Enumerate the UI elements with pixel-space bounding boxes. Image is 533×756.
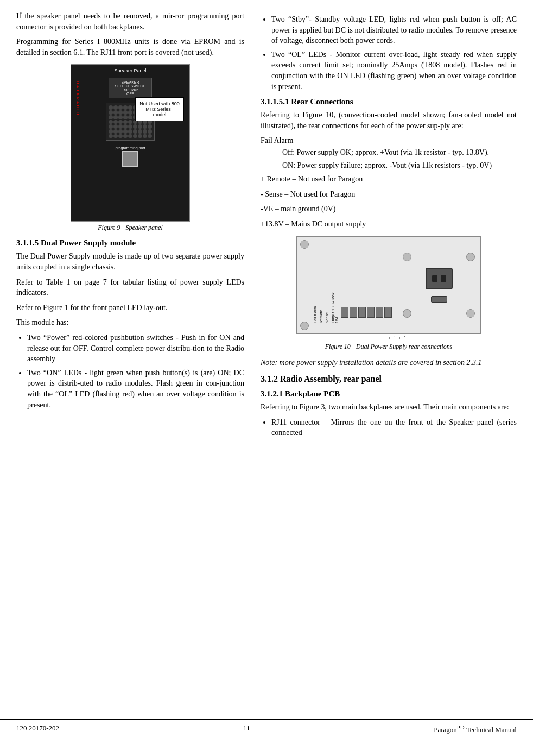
section-312-title: 3.1.2 Radio Assembly, rear panel <box>261 374 517 384</box>
screw-br2 <box>466 309 475 318</box>
terminal-1 <box>341 307 348 318</box>
speaker-panel-figure: DATARADIO Speaker Panel SPEAKER SELECT S… <box>71 64 190 222</box>
bullet-ol: Two “OL” LEDs - Monitor current over-loa… <box>271 49 517 92</box>
fig9-caption: Figure 9 - Speaker panel <box>98 224 163 232</box>
left-para3: The Dual Power Supply module is made up … <box>16 251 244 272</box>
fail-alarm-off: Off: Power supply OK; approx. +Vout (via… <box>282 147 517 158</box>
remote-label: + Remote – Not used for Paragon <box>261 174 517 185</box>
left-para1: If the speaker panel needs to be removed… <box>16 11 244 32</box>
callout-box: Not Used with 800 MHz Series I model <box>135 97 184 121</box>
screw-tr <box>403 253 411 261</box>
outlet-hole-left <box>432 275 437 282</box>
italic-note: Note: more power supply installation det… <box>261 357 517 368</box>
ve-label: -VE – main ground (0V) <box>261 204 517 215</box>
screws-bottom-row <box>403 309 475 318</box>
v138-label: +13.8V – Mains DC output supply <box>261 219 517 230</box>
figure-9-container: DATARADIO Speaker Panel SPEAKER SELECT S… <box>16 64 244 232</box>
speaker-switches: SPEAKER SELECT SWITCH RX1 RX2 OFF <box>109 78 152 98</box>
screws-row <box>403 253 475 261</box>
label-output: Output 13.8V Max 15A <box>331 285 339 323</box>
prog-port-box <box>122 151 138 167</box>
fail-alarm-label: Fail Alarm – <box>261 135 517 146</box>
outlet-holes-row <box>432 275 446 282</box>
section-315-title: 3.1.1.5 Dual Power Supply module <box>16 238 244 248</box>
left-para6: This module has: <box>16 317 244 328</box>
terminal-3 <box>358 307 366 318</box>
footer-left: 120 20170-202 <box>16 724 59 734</box>
terminal-5 <box>376 307 383 318</box>
main-columns: If the speaker panel needs to be removed… <box>0 11 533 719</box>
right-column: Two “Stby”- Standby voltage LED, lights … <box>261 11 517 719</box>
footer-center: 11 <box>243 724 250 734</box>
bullet-on-leds: Two “ON” LEDs - light green when push bu… <box>27 368 244 410</box>
terminals <box>341 307 392 323</box>
left-column: If the speaker panel needs to be removed… <box>16 11 244 719</box>
sense-label: - Sense – Not used for Paragon <box>261 189 517 200</box>
speaker-panel-label: Speaker Panel <box>114 68 146 73</box>
section-3121-title: 3.1.2.1 Backplane PCB <box>261 389 517 399</box>
rear-para1: Referring to Figure 10, (convection-cool… <box>261 110 517 131</box>
prog-port: programming port <box>115 146 145 168</box>
right-bullet-list: Two “Stby”- Standby voltage LED, lights … <box>271 14 517 92</box>
bullet-rj11: RJ11 connector – Mirrors the one on the … <box>271 417 517 438</box>
figure-10-container: Fail Alarm Remote Sense Output 13.8V Max… <box>261 236 517 351</box>
left-para2: Programming for Series I 800MHz units is… <box>16 36 244 58</box>
label-remote: Remote <box>319 296 323 323</box>
bullet-power: Two “Power” red-colored pushbutton switc… <box>27 332 244 364</box>
left-bullet-list: Two “Power” red-colored pushbutton switc… <box>27 332 244 410</box>
bp-para1: Referring to Figure 3, two main backplan… <box>261 402 517 413</box>
right-psu-area <box>397 247 480 323</box>
ac-outlet <box>426 268 453 289</box>
section-3115: 3.1.1.5.1 Rear Connections Referring to … <box>261 97 517 229</box>
psu-bottom-labels: + ' + ' <box>388 335 405 341</box>
terminal-area: Fail Alarm Remote Sense Output 13.8V Max… <box>313 247 392 323</box>
page: If the speaker panel needs to be removed… <box>0 0 533 756</box>
screw-tr2 <box>466 253 475 261</box>
terminal-2 <box>350 307 357 318</box>
fail-alarm-on: ON: Power supply failure; approx. -Vout … <box>282 160 517 171</box>
screw-tl <box>300 240 309 249</box>
psu-rear-figure: Fail Alarm Remote Sense Output 13.8V Max… <box>296 236 481 334</box>
dataradio-logo: DATARADIO <box>75 81 80 116</box>
terminal-4 <box>367 307 375 318</box>
footer-right: ParagonPD Technical Manual <box>434 724 517 734</box>
bullet-stby: Two “Stby”- Standby voltage LED, lights … <box>271 14 517 46</box>
ground-connector <box>431 296 447 303</box>
screw-br <box>403 309 411 318</box>
terminal-6 <box>384 307 392 318</box>
terminal-labels: Fail Alarm Remote Sense Output 13.8V Max… <box>313 247 339 323</box>
rear-connections-title: 3.1.1.5.1 Rear Connections <box>261 97 517 106</box>
left-para4: Refer to Table 1 on page 7 for tabular l… <box>16 277 244 298</box>
fig10-caption: Figure 10 - Dual Power Supply rear conne… <box>325 343 453 351</box>
paragon-sup: PD <box>457 724 465 730</box>
bp-bullet-list: RJ11 connector – Mirrors the one on the … <box>271 417 517 438</box>
screw-bl <box>300 322 309 330</box>
left-para5: Refer to Figure 1 for the front panel LE… <box>16 303 244 313</box>
outlet-hole-right <box>441 275 446 282</box>
page-footer: 120 20170-202 11 ParagonPD Technical Man… <box>0 719 533 734</box>
label-fail-alarm: Fail Alarm <box>313 291 317 323</box>
label-sense: Sense <box>325 299 329 323</box>
